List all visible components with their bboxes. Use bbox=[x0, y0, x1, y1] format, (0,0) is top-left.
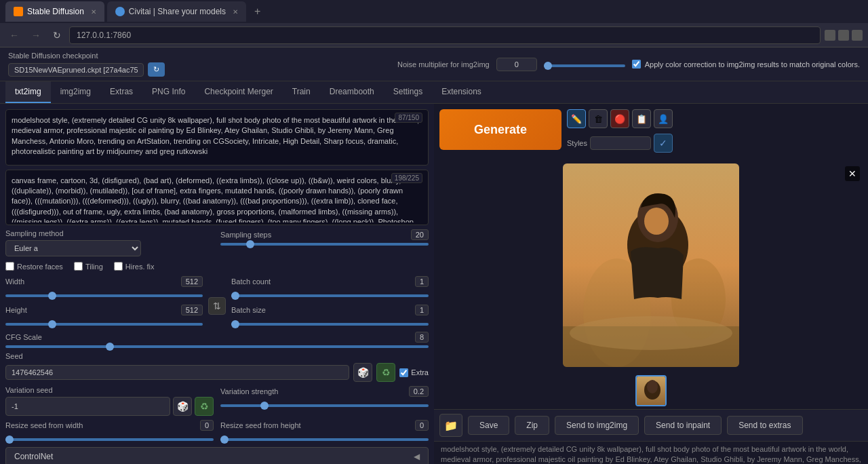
positive-prompt-wrap: 87/150 modelshoot style, (extremely deta… bbox=[5, 109, 429, 166]
sampling-method-group: Sampling method Euler a bbox=[5, 229, 214, 256]
tab-extras[interactable]: Extras bbox=[100, 81, 142, 103]
batch-count-label: Batch count bbox=[231, 277, 271, 286]
tiling-item: Tiling bbox=[74, 262, 103, 271]
reload-button[interactable]: ↻ bbox=[49, 28, 65, 42]
controlnet-bar[interactable]: ControlNet ◀ bbox=[5, 447, 429, 464]
restore-faces-checkbox[interactable] bbox=[5, 262, 14, 271]
style-icon-person[interactable]: 👤 bbox=[654, 109, 673, 128]
hires-fix-label: Hires. fix bbox=[125, 263, 155, 271]
sampling-steps-label: Sampling steps bbox=[220, 231, 271, 239]
thumbnail-1[interactable] bbox=[635, 375, 667, 406]
resize-seed-height-col: Resize seed from height 0 bbox=[220, 420, 429, 443]
tab-settings[interactable]: Settings bbox=[384, 81, 432, 103]
variation-seed-random-btn[interactable]: 🎲 bbox=[173, 397, 192, 416]
thumbnails-row bbox=[434, 372, 868, 409]
width-col: Width 512 Height 512 bbox=[5, 276, 203, 328]
civitai-tab-label: Civitai | Share your models bbox=[129, 7, 226, 16]
noise-input[interactable] bbox=[496, 58, 537, 71]
positive-prompt-textarea[interactable]: modelshoot style, (extremely detailed CG… bbox=[6, 110, 428, 163]
height-label: Height bbox=[5, 306, 27, 314]
new-tab-button[interactable]: + bbox=[249, 3, 266, 20]
variation-seed-recycle-btn[interactable]: ♻ bbox=[195, 397, 214, 416]
hires-fix-checkbox[interactable] bbox=[114, 262, 123, 271]
hires-fix-item: Hires. fix bbox=[114, 262, 155, 271]
restore-faces-label: Restore faces bbox=[17, 263, 63, 271]
negative-prompt-counter: 198/225 bbox=[391, 173, 422, 183]
negative-prompt-textarea[interactable]: canvas frame, cartoon, 3d, (disfigured),… bbox=[6, 170, 428, 223]
apply-color-checkbox[interactable] bbox=[632, 60, 641, 69]
cfg-slider[interactable] bbox=[5, 345, 429, 348]
send-inpaint-button[interactable]: Send to inpaint bbox=[644, 416, 722, 435]
checkpoint-refresh-btn[interactable]: ↻ bbox=[148, 62, 165, 77]
send-img2img-button[interactable]: Send to img2img bbox=[555, 416, 639, 435]
top-bar-right: Noise multiplier for img2img Apply color… bbox=[397, 58, 860, 71]
sampling-method-select[interactable]: Euler a bbox=[5, 240, 141, 256]
bottom-bar: 📁 Save Zip Send to img2img Send to inpai… bbox=[434, 409, 868, 441]
extra-checkbox[interactable] bbox=[399, 368, 408, 377]
resize-seed-width-col: Resize seed from width 0 bbox=[5, 420, 214, 443]
folder-button[interactable]: 📁 bbox=[439, 414, 462, 437]
noise-slider[interactable] bbox=[544, 64, 625, 67]
back-button[interactable]: ← bbox=[5, 28, 23, 42]
tab-txt2img[interactable]: txt2img bbox=[5, 81, 51, 103]
tab-train[interactable]: Train bbox=[283, 81, 320, 103]
tab-stable-diffusion[interactable]: Stable Diffusion ✕ bbox=[5, 1, 104, 22]
seed-recycle-btn[interactable]: ♻ bbox=[376, 363, 395, 382]
styles-input[interactable] bbox=[590, 136, 651, 150]
tiling-label: Tiling bbox=[85, 263, 103, 271]
tab-checkpoint-merger[interactable]: Checkpoint Merger bbox=[195, 81, 282, 103]
save-button[interactable]: Save bbox=[468, 416, 509, 435]
tiling-checkbox[interactable] bbox=[74, 262, 83, 271]
tab-civitai[interactable]: Civitai | Share your models ✕ bbox=[107, 1, 246, 22]
styles-label: Styles bbox=[567, 139, 587, 147]
style-icon-trash[interactable]: 🗑 bbox=[589, 109, 608, 128]
zip-button[interactable]: Zip bbox=[515, 416, 549, 435]
sd-tab-close[interactable]: ✕ bbox=[91, 8, 96, 16]
sampling-steps-group: Sampling steps 20 bbox=[220, 229, 429, 256]
variation-strength-slider[interactable] bbox=[220, 404, 429, 407]
styles-apply-btn[interactable]: ✓ bbox=[654, 134, 673, 153]
tab-dreambooth[interactable]: Dreambooth bbox=[320, 81, 384, 103]
seed-input[interactable] bbox=[5, 365, 349, 380]
style-icon-red[interactable]: 🔴 bbox=[610, 109, 629, 128]
tab-img2img[interactable]: img2img bbox=[51, 81, 100, 103]
height-slider[interactable] bbox=[5, 323, 203, 326]
style-icon-clipboard[interactable]: 📋 bbox=[632, 109, 651, 128]
variation-seed-col: Variation seed 🎲 ♻ bbox=[5, 386, 214, 416]
batch-size-slider[interactable] bbox=[231, 323, 429, 326]
resize-seed-width-value: 0 bbox=[200, 420, 214, 431]
variation-strength-value: 0.2 bbox=[409, 386, 429, 397]
wh-batch-row: Width 512 Height 512 ⇅ Batch count bbox=[5, 276, 429, 328]
bookmark-icon bbox=[838, 30, 849, 41]
generate-button[interactable]: Generate bbox=[439, 109, 561, 150]
svg-point-5 bbox=[644, 208, 669, 235]
svg-point-7 bbox=[570, 316, 732, 350]
sampling-row: Sampling method Euler a Sampling steps 2… bbox=[5, 229, 429, 256]
main: 87/150 modelshoot style, (extremely deta… bbox=[0, 104, 868, 464]
caption-area: modelshoot style, (extremely detailed CG… bbox=[434, 441, 868, 464]
sampling-steps-slider[interactable] bbox=[220, 243, 429, 246]
batch-count-slider[interactable] bbox=[231, 294, 429, 297]
variation-seed-input[interactable] bbox=[5, 397, 170, 416]
checkpoint-select[interactable] bbox=[8, 63, 144, 77]
seed-random-btn[interactable]: 🎲 bbox=[353, 363, 372, 382]
style-icons-panel: ✏️ 🗑 🔴 📋 👤 Styles ✓ bbox=[567, 109, 673, 153]
width-slider[interactable] bbox=[5, 294, 203, 297]
image-close-btn[interactable]: ✕ bbox=[845, 166, 860, 181]
civitai-tab-close[interactable]: ✕ bbox=[233, 8, 238, 16]
swap-dimensions-btn[interactable]: ⇅ bbox=[208, 297, 226, 315]
address-input[interactable] bbox=[69, 26, 821, 44]
seed-row: 🎲 ♻ Extra bbox=[5, 363, 429, 382]
tab-extensions[interactable]: Extensions bbox=[432, 81, 491, 103]
image-area: ✕ bbox=[434, 158, 868, 372]
cfg-row: CFG Scale 8 bbox=[5, 332, 429, 348]
send-extras-button[interactable]: Send to extras bbox=[727, 416, 802, 435]
resize-seed-height-slider[interactable] bbox=[220, 438, 429, 441]
batch-col: Batch count 1 Batch size 1 bbox=[231, 276, 429, 328]
tab-png-info[interactable]: PNG Info bbox=[142, 81, 195, 103]
thumbnail-image-1 bbox=[637, 376, 667, 406]
forward-button[interactable]: → bbox=[27, 28, 45, 42]
resize-seed-width-slider[interactable] bbox=[5, 438, 214, 441]
style-icon-pen[interactable]: ✏️ bbox=[567, 109, 586, 128]
extra-label: Extra bbox=[411, 368, 429, 376]
